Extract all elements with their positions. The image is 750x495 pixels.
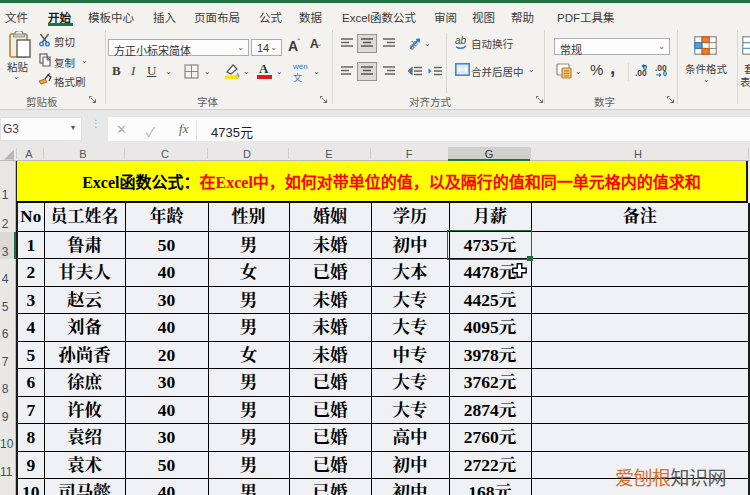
svg-text:0: 0 (643, 64, 647, 71)
svg-text:ab: ab (455, 35, 467, 46)
svg-text:0: 0 (663, 70, 667, 77)
